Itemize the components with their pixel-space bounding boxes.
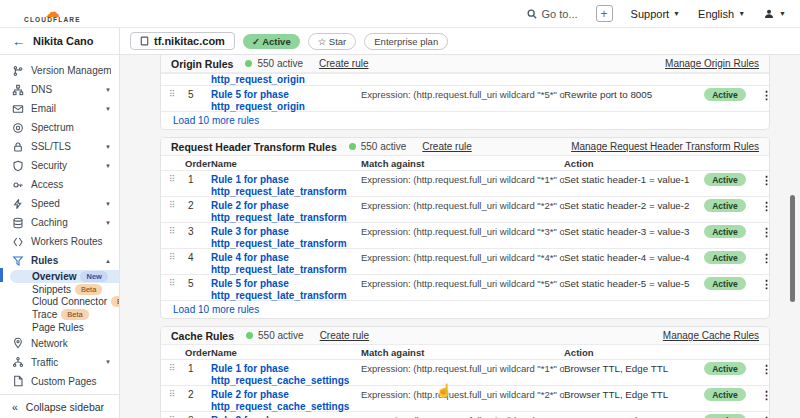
kebab-menu[interactable]: ⋮: [754, 89, 770, 102]
status-badge: Active: [704, 225, 746, 238]
drag-handle[interactable]: ⠿: [169, 174, 185, 184]
sidebar-item-email[interactable]: Email ▼: [0, 99, 119, 118]
lock-icon: [12, 141, 24, 153]
sidebar-item-caching[interactable]: Caching ▼: [0, 213, 119, 232]
table-column-headers: Order Name Match against Action: [161, 345, 769, 359]
support-label: Support: [631, 8, 670, 20]
rule-name-link[interactable]: Rule 3 for phasehttp_request_late_transf…: [211, 226, 361, 249]
rule-name-link[interactable]: Rule 1 for phasehttp_request_late_transf…: [211, 174, 361, 197]
drag-handle[interactable]: ⠿: [169, 200, 185, 210]
sidebar-item-snippets[interactable]: Snippets Beta: [0, 283, 119, 296]
lightning-icon: [12, 198, 24, 210]
key-icon: [12, 179, 24, 191]
star-button[interactable]: ☆ Star: [308, 33, 357, 50]
create-rule-link[interactable]: Create rule: [422, 141, 471, 152]
selected-indicator: [0, 268, 3, 282]
language-label: English: [698, 8, 734, 20]
kebab-menu[interactable]: ⋮: [754, 278, 770, 291]
sidebar-item-version-management[interactable]: Version Management: [0, 61, 119, 80]
beta-badge: Beta: [111, 296, 119, 307]
rule-name-link[interactable]: Rule 2 for phasehttp_request_cache_setti…: [211, 389, 361, 412]
beta-badge: Beta: [75, 284, 102, 295]
sidebar-item-access[interactable]: Access: [0, 175, 119, 194]
rule-expression: Expression: (http.request.full_uri wildc…: [361, 278, 564, 289]
pin-icon: [12, 337, 24, 349]
kebab-menu[interactable]: ⋮: [754, 252, 770, 265]
cache-rules-header: Cache Rules 550 active Create rule Manag…: [161, 327, 769, 345]
active-dot-icon: [246, 332, 253, 339]
cache-rules-card: Cache Rules 550 active Create rule Manag…: [160, 326, 770, 418]
top-bar: ☁ CLOUDFLARE Go to... + Support ▼ Englis…: [0, 0, 800, 28]
support-menu[interactable]: Support ▼: [631, 8, 680, 20]
drag-handle[interactable]: ⠿: [169, 389, 185, 399]
cloudflare-logo-text: CLOUDFLARE: [24, 17, 81, 24]
goto-search-label: Go to...: [542, 8, 578, 20]
drag-handle[interactable]: ⠿: [169, 363, 185, 373]
section-title: Cache Rules: [171, 330, 234, 342]
sidebar-item-dns[interactable]: DNS ▼: [0, 80, 119, 99]
goto-search[interactable]: Go to...: [527, 8, 578, 20]
zone-selector[interactable]: tf.nikitac.com: [130, 32, 235, 50]
language-menu[interactable]: English ▼: [698, 8, 745, 20]
manage-cache-rules-link[interactable]: Manage Cache Rules: [663, 330, 759, 341]
create-rule-link[interactable]: Create rule: [319, 58, 368, 69]
sidebar-item-page-rules[interactable]: Page Rules: [0, 321, 119, 334]
rule-name-link[interactable]: Rule 5 for phasehttp_request_origin: [211, 89, 361, 112]
sidebar-item-rules-overview[interactable]: Overview New: [10, 270, 119, 283]
rule-expression: Expression: (http.request.full_uri wildc…: [361, 389, 564, 400]
back-arrow-icon[interactable]: ←: [12, 34, 25, 49]
create-rule-link[interactable]: Create rule: [320, 330, 369, 341]
funnel-icon: [12, 255, 24, 267]
rule-name-link[interactable]: Rule 2 for phasehttp_request_late_transf…: [211, 200, 361, 223]
chevron-down-icon: ▼: [105, 201, 111, 207]
dns-icon: [12, 84, 24, 96]
database-icon: [12, 217, 24, 229]
chevron-down-icon: ▼: [105, 87, 111, 93]
sidebar-item-speed[interactable]: Speed ▼: [0, 194, 119, 213]
drag-handle[interactable]: ⠿: [169, 89, 185, 99]
rule-name-link[interactable]: Rule 1 for phasehttp_request_cache_setti…: [211, 363, 361, 386]
rule-name-link[interactable]: Rule 5 for phasehttp_request_late_transf…: [211, 278, 361, 301]
sidebar-item-workers-routes[interactable]: Workers Routes: [0, 232, 119, 251]
sidebar-item-trace[interactable]: Trace Beta: [0, 308, 119, 321]
scrollbar-thumb[interactable]: [790, 195, 795, 302]
kebab-menu[interactable]: ⋮: [754, 226, 770, 239]
rule-expression: Expression: (http.request.full_uri wildc…: [361, 363, 564, 374]
sidebar-item-spectrum[interactable]: Spectrum: [0, 118, 119, 137]
plan-badge: Enterprise plan: [364, 33, 448, 50]
drag-handle[interactable]: ⠿: [169, 278, 185, 288]
sidebar-item-security[interactable]: Security ▼: [0, 156, 119, 175]
transform-rules-card: Request Header Transform Rules 550 activ…: [160, 137, 770, 319]
sidebar-item-custom-pages[interactable]: Custom Pages: [0, 372, 119, 391]
sidebar-item-rules[interactable]: Rules ▲: [0, 251, 119, 270]
kebab-menu[interactable]: ⋮: [754, 363, 770, 376]
kebab-menu[interactable]: ⋮: [754, 389, 770, 402]
account-menu[interactable]: ▼: [763, 8, 786, 20]
cloudflare-logo[interactable]: ☁ CLOUDFLARE: [24, 7, 81, 24]
sidebar-item-network[interactable]: Network: [0, 334, 119, 353]
chevron-down-icon: ▼: [105, 106, 111, 112]
table-row-partial: http_request_origin: [161, 73, 769, 85]
load-more-link[interactable]: Load 10 more rules: [161, 300, 769, 318]
rule-name-link[interactable]: Rule 4 for phasehttp_request_late_transf…: [211, 252, 361, 275]
drag-handle[interactable]: ⠿: [169, 252, 185, 262]
rule-action: Set static header-2 = value-2: [564, 200, 696, 211]
table-row: ⠿ 2 Rule 2 for phasehttp_request_cache_s…: [161, 385, 769, 411]
add-button[interactable]: +: [596, 5, 613, 22]
zone-bar: ← Nikita Cano tf.nikitac.com ✓ Active ☆ …: [0, 28, 800, 55]
status-badge: Active: [704, 199, 746, 212]
table-row: ⠿ 4 Rule 4 for phasehttp_request_late_tr…: [161, 248, 769, 274]
collapse-sidebar-button[interactable]: « Collapse sidebar: [0, 394, 119, 418]
manage-origin-rules-link[interactable]: Manage Origin Rules: [665, 58, 759, 69]
manage-transform-rules-link[interactable]: Manage Request Header Transform Rules: [571, 141, 759, 152]
chevron-down-icon: ▼: [105, 144, 111, 150]
sidebar-item-ssl-tls[interactable]: SSL/TLS ▼: [0, 137, 119, 156]
sidebar-item-cloud-connector[interactable]: Cloud Connector Beta: [0, 296, 119, 309]
sidebar-item-traffic[interactable]: Traffic ▼: [0, 353, 119, 372]
kebab-menu[interactable]: ⋮: [754, 174, 770, 187]
drag-handle[interactable]: ⠿: [169, 226, 185, 236]
rule-name-link[interactable]: http_request_origin: [211, 74, 361, 85]
load-more-link[interactable]: Load 10 more rules: [161, 111, 769, 129]
table-row: ⠿ 5 Rule 5 for phasehttp_request_origin …: [161, 85, 769, 111]
kebab-menu[interactable]: ⋮: [754, 200, 770, 213]
